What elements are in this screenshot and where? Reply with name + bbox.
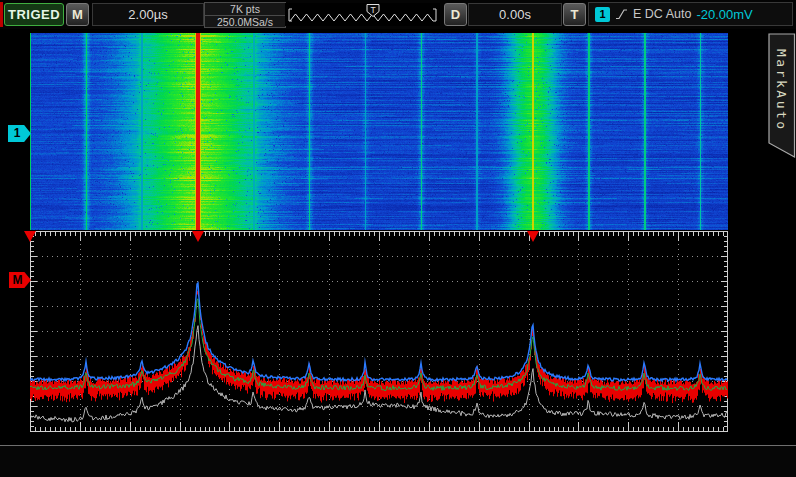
freq-marker-triangle-0mhz <box>24 231 36 242</box>
markauto-tab[interactable]: MarkAuto <box>768 33 796 159</box>
trigger-position-preview[interactable]: T <box>285 3 440 26</box>
rising-edge-icon <box>615 7 628 21</box>
trigger-level-value: -20.00mV <box>696 7 752 22</box>
freq-marker-triangle-30mhz <box>192 231 204 242</box>
trigger-info-text: E DC Auto <box>633 7 691 21</box>
trigger-source-badge: 1 <box>595 7 610 22</box>
bottom-status-bar: 1 500.00mV 1X 2 OFF M 10dBVrms 250.00MSa… <box>0 445 796 477</box>
spectrogram-canvas <box>30 33 728 230</box>
waveform-preview-trace <box>290 14 433 21</box>
markauto-tab-label: MarkAuto <box>774 49 789 132</box>
ch1-position-marker[interactable]: 1 <box>8 125 31 142</box>
delay-button[interactable]: D <box>444 3 467 26</box>
freq-marker-triangle-90mhz <box>527 231 539 242</box>
top-status-bar: TRIGED M 2.00µs 7K pts 250.0MSa/s T D 0.… <box>0 0 796 29</box>
timebase-value[interactable]: 2.00µs <box>92 3 204 26</box>
math-reference-marker[interactable]: M <box>9 272 31 288</box>
oscilloscope-screen: TRIGED M 2.00µs 7K pts 250.0MSa/s T D 0.… <box>0 0 796 477</box>
left-edge-indicator <box>0 2 3 27</box>
delay-value[interactable]: 0.00s <box>468 3 562 26</box>
menu-button[interactable]: M <box>66 3 89 26</box>
trigger-menu-button[interactable]: T <box>563 3 586 26</box>
trigger-flag-label: T <box>370 5 375 15</box>
fft-spectrum-canvas <box>30 230 728 437</box>
trigger-settings-box[interactable]: 1 E DC Auto -20.00mV <box>588 2 793 26</box>
preview-right-bracket-icon <box>433 9 436 21</box>
acquisition-info-box: 7K pts 250.0MSa/s <box>204 2 286 28</box>
memory-depth: 7K pts <box>205 3 285 16</box>
sample-rate: 250.0MSa/s <box>205 16 285 28</box>
trigger-status-badge: TRIGED <box>4 3 64 26</box>
